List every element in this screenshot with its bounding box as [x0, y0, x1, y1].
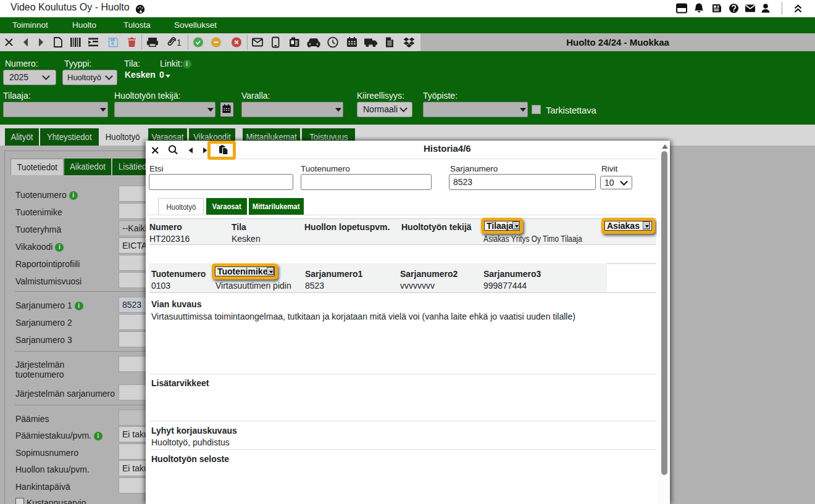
svg-text:1: 1: [177, 38, 182, 48]
